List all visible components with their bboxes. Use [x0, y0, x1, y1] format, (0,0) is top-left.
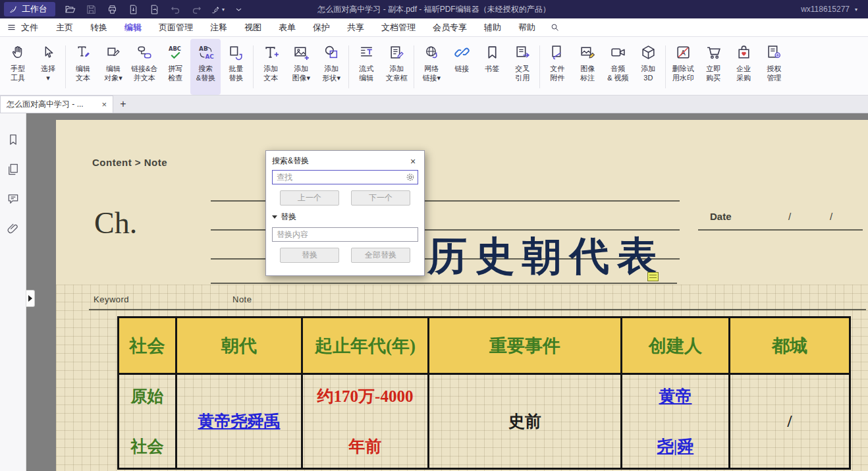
menu-item-comment[interactable]: 注释 — [202, 19, 236, 36]
tab-title: 怎么面对高中学习 - ... — [7, 99, 97, 110]
buy-now-icon — [705, 43, 722, 61]
tool-add-shape[interactable]: 添加 形状▾ — [316, 39, 346, 95]
replace-input[interactable] — [272, 227, 418, 242]
sidebar-expand-handle[interactable] — [26, 290, 35, 307]
tool-enterprise-purchase[interactable]: 企业 采购 — [728, 39, 759, 95]
tool-image-annotation[interactable]: 图像 标注 — [572, 39, 603, 95]
export-right-icon[interactable] — [145, 2, 163, 16]
article-box-icon — [388, 43, 405, 61]
tool-link[interactable]: 链接 — [447, 39, 477, 95]
menu-item-home[interactable]: 主页 — [47, 19, 82, 36]
pdf-page: Content > Note Ch. 中国历史朝代表 Date / / Keyw… — [56, 120, 868, 471]
tool-search-replace[interactable]: ABAC搜索 &替换 — [190, 39, 221, 95]
menu-item-protect[interactable]: 保护 — [304, 19, 339, 36]
tool-select[interactable]: 选择 ▾ — [33, 39, 63, 95]
tab-close-icon[interactable]: × — [101, 99, 107, 109]
dynasty-link[interactable]: 黄帝尧舜禹 — [198, 410, 281, 432]
file-attach-icon — [549, 44, 566, 61]
search-options-gear-icon[interactable] — [405, 172, 416, 182]
tool-flow-edit[interactable]: 流式 编辑 — [351, 39, 381, 95]
content-area: Content > Note Ch. 中国历史朝代表 Date / / Keyw… — [0, 113, 868, 471]
search-replace-icon: ABAC — [197, 43, 214, 61]
undo-icon[interactable] — [166, 2, 184, 16]
svg-text:AC: AC — [205, 53, 213, 59]
menu-item-help[interactable]: 帮助 — [510, 19, 544, 36]
tool-add-text[interactable]: 添加 文本 — [256, 39, 286, 95]
redo-icon[interactable] — [187, 2, 205, 16]
dialog-close-icon[interactable]: × — [408, 156, 418, 167]
comments-panel-icon[interactable] — [7, 192, 20, 206]
export-down-icon[interactable] — [124, 2, 142, 16]
enterprise-icon — [736, 44, 752, 61]
tool-spell-check[interactable]: ABC拼写 检查 — [160, 39, 190, 95]
undo-icon — [170, 4, 181, 15]
toolbar-separator — [253, 45, 254, 88]
tool-buy-now[interactable]: 立即 购买 — [698, 39, 728, 95]
date-label: Date — [710, 211, 732, 222]
replace-all-button[interactable]: 全部替换 — [351, 248, 410, 263]
sticky-note-icon[interactable] — [647, 272, 659, 281]
tool-bookmark[interactable]: 书签 — [477, 39, 507, 95]
dialog-header[interactable]: 搜索&替换 × — [266, 151, 424, 170]
toolbar-group: 手型 工具选择 ▾ — [3, 39, 63, 95]
edit-text-icon — [74, 43, 92, 61]
save-icon[interactable] — [82, 2, 100, 16]
menu-item-member[interactable]: 会员专享 — [424, 19, 475, 36]
founder-link[interactable]: 黄帝 — [659, 385, 692, 407]
tool-license-management[interactable]: 授权 管理 — [759, 39, 789, 95]
flow-edit-icon — [358, 44, 375, 61]
next-button[interactable]: 下一个 — [351, 190, 410, 206]
tool-audio-video[interactable]: 音频 & 视频 — [603, 39, 633, 95]
menu-search-button[interactable] — [547, 20, 562, 35]
menu-file-label: 文件 — [21, 22, 38, 34]
table-header-cell: 起止年代(年) — [303, 318, 429, 373]
menu-item-form[interactable]: 表单 — [270, 19, 304, 36]
web-link-icon — [423, 43, 440, 61]
tool-link-join-text[interactable]: 链接&合 并文本 — [128, 39, 160, 95]
signature-icon[interactable]: ▾ — [208, 2, 227, 16]
tool-hand-tool[interactable]: 手型 工具 — [3, 39, 33, 95]
account-menu[interactable]: wx118615277 ▾ — [801, 5, 868, 14]
find-input[interactable] — [272, 170, 418, 184]
bookmarks-panel-icon[interactable] — [7, 133, 20, 146]
tool-add-3d[interactable]: 添加 3D — [633, 39, 663, 95]
table-header-cell: 朝代 — [177, 318, 303, 373]
menu-file[interactable]: 文件 — [7, 22, 38, 34]
menu-item-edit[interactable]: 编辑 — [116, 19, 150, 36]
document-tab[interactable]: 怎么面对高中学习 - ... × — [0, 96, 113, 113]
menu-item-page-manage[interactable]: 页面管理 — [150, 19, 202, 36]
tool-add-image[interactable]: 添加 图像▾ — [286, 39, 316, 95]
tool-file-attachment[interactable]: 文件 附件 — [542, 39, 572, 95]
menu-item-assist[interactable]: 辅助 — [475, 19, 510, 36]
toolbar-separator — [539, 45, 540, 88]
menu-item-view[interactable]: 视图 — [236, 19, 270, 36]
menu-item-doc-manage[interactable]: 文档管理 — [373, 19, 424, 36]
tool-edit-object[interactable]: 编辑 对象▾ — [98, 39, 128, 95]
previous-button[interactable]: 上一个 — [280, 190, 339, 206]
tool-add-article-box[interactable]: 添加 文章框 — [381, 39, 412, 95]
founder-link[interactable]: 尧|舜 — [657, 435, 694, 457]
workbench-button[interactable]: 工作台 — [4, 2, 55, 16]
open-file-icon[interactable] — [61, 2, 79, 16]
menu-item-convert[interactable]: 转换 — [82, 19, 116, 36]
replace-button[interactable]: 替换 — [280, 248, 339, 263]
export-down-icon — [128, 4, 139, 15]
table-row: 原始 社会 黄帝尧舜禹 约170万-4000 年前 史前 黄帝 — [119, 375, 849, 468]
print-icon — [107, 4, 118, 15]
tool-web-link[interactable]: 网络 链接▾ — [416, 39, 447, 95]
tool-batch-replace[interactable]: 批量 替换 — [221, 39, 251, 95]
tool-remove-trial-watermark[interactable]: A删除试 用水印 — [668, 39, 698, 95]
edit-object-icon — [105, 44, 122, 61]
new-tab-button[interactable]: + — [113, 96, 133, 113]
pages-panel-icon[interactable] — [7, 163, 20, 176]
print-icon[interactable] — [103, 2, 121, 16]
dialog-title: 搜索&替换 — [272, 155, 309, 167]
replace-section-toggle[interactable]: 替换 — [272, 211, 418, 223]
tool-cross-reference[interactable]: 交叉 引用 — [507, 39, 537, 95]
menu-item-share[interactable]: 共享 — [339, 19, 373, 36]
attachments-panel-icon[interactable] — [7, 222, 20, 235]
tool-edit-text[interactable]: 编辑 文本 — [68, 39, 98, 95]
cross-ref-icon — [514, 43, 531, 61]
toolbar-more-icon[interactable] — [229, 2, 248, 16]
titlebar: 工作台 ▾ 怎么面对高中学习 - 副本.pdf - 福昕PDF编辑器（未经授权的… — [0, 0, 868, 18]
